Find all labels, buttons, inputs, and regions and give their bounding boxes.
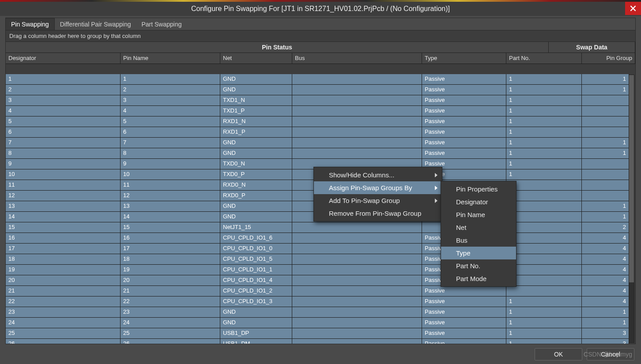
context-menu-item[interactable]: Show/Hide Columns... — [314, 169, 442, 181]
context-submenu-item[interactable]: Pin Name — [441, 208, 516, 221]
table-row[interactable]: 11GNDPassive11 — [6, 74, 629, 85]
table-row[interactable]: 2020CPU_CPLD_IO1_4Passive4 — [6, 275, 629, 286]
cell: Passive — [422, 328, 506, 338]
window-close-button[interactable] — [625, 2, 641, 15]
group-by-hint[interactable]: Drag a column header here to group by th… — [6, 30, 635, 42]
cell — [582, 106, 629, 116]
cell: 1 — [506, 85, 582, 95]
table-row[interactable]: 88GNDPassive11 — [6, 148, 629, 159]
cell: 4 — [582, 296, 629, 307]
col-bus[interactable]: Bus — [292, 53, 422, 64]
table-row[interactable]: 77GNDPassive11 — [6, 138, 629, 148]
cell: 1 — [506, 138, 582, 148]
cell: Passive — [422, 116, 506, 127]
table-row[interactable]: 1515NetJT1_152 — [6, 222, 629, 233]
context-menu-item[interactable]: Add To Pin-Swap Group — [314, 194, 442, 207]
table-row[interactable]: 2424GNDPassive11 — [6, 318, 629, 328]
col-part-no[interactable]: Part No. — [506, 53, 582, 64]
cell — [292, 148, 422, 158]
table-row[interactable]: 55RXD1_NPassive1 — [6, 116, 629, 127]
cell — [292, 318, 422, 328]
cell: 1 — [506, 318, 582, 328]
cell — [506, 275, 582, 285]
cell: 10 — [121, 169, 220, 180]
cell: Passive — [422, 148, 506, 158]
ok-button[interactable]: OK — [535, 348, 582, 360]
cell: 12 — [121, 191, 220, 201]
cell: 22 — [121, 296, 220, 307]
cell: GND — [220, 138, 292, 148]
table-row[interactable]: 44TXD1_PPassive1 — [6, 106, 629, 116]
col-pin-name[interactable]: Pin Name — [121, 53, 220, 64]
table-row[interactable]: 2626USB1_DMPassive13 — [6, 339, 629, 344]
context-submenu-item[interactable]: Type — [441, 247, 516, 259]
tab-pin-swapping[interactable]: Pin Swapping — [6, 18, 55, 30]
cell: GND — [220, 307, 292, 317]
context-submenu-item[interactable]: Pin Properties — [441, 183, 516, 195]
table-row[interactable]: 1818CPU_CPLD_IO1_5Passive4 — [6, 254, 629, 265]
cell — [506, 265, 582, 275]
context-menu-item[interactable]: Assign Pin-Swap Groups By — [314, 181, 442, 194]
cell: TXD1_P — [220, 106, 292, 116]
table-row[interactable]: 22GNDPassive11 — [6, 85, 629, 95]
context-menu[interactable]: Show/Hide Columns...Assign Pin-Swap Grou… — [313, 167, 442, 221]
cell — [506, 286, 582, 296]
cell: 1 — [582, 201, 629, 211]
scroll-thumb[interactable] — [629, 75, 634, 282]
cell: 4 — [582, 265, 629, 275]
cell — [292, 106, 422, 116]
cell: CPU_CPLD_IO1_2 — [220, 286, 292, 296]
table-row[interactable]: 1717CPU_CPLD_IO1_0Passive4 — [6, 244, 629, 254]
cell: 4 — [582, 244, 629, 254]
cell: Passive — [422, 339, 506, 344]
section-swap-data: Swap Data — [549, 42, 635, 53]
close-icon — [630, 5, 636, 11]
cell — [506, 212, 582, 222]
col-net[interactable]: Net — [220, 53, 292, 64]
context-menu-item[interactable]: Remove From Pin-Swap Group — [314, 207, 442, 220]
cell: RXD1_N — [220, 116, 292, 127]
cell: 11 — [6, 180, 121, 190]
col-pin-group[interactable]: Pin Group — [582, 53, 635, 64]
column-header-row: Designator Pin Name Net Bus Type Part No… — [6, 53, 635, 64]
cancel-button[interactable]: Cancel — [587, 348, 634, 360]
table-row[interactable]: 1919CPU_CPLD_IO1_1Passive4 — [6, 265, 629, 275]
table-row[interactable]: 1616CPU_CPLD_IO1_6Passive4 — [6, 233, 629, 244]
table-row[interactable]: 2323GNDPassive11 — [6, 307, 629, 318]
table-row[interactable]: 33TXD1_NPassive1 — [6, 95, 629, 106]
cell: 6 — [121, 127, 220, 137]
cell: 13 — [6, 201, 121, 211]
col-type[interactable]: Type — [422, 53, 506, 64]
col-designator[interactable]: Designator — [6, 53, 121, 64]
context-submenu-item[interactable]: Net — [441, 221, 516, 234]
cell: GND — [220, 318, 292, 328]
context-menu-label: Assign Pin-Swap Groups By — [329, 184, 412, 191]
cell: 1 — [506, 74, 582, 84]
cell: 15 — [121, 222, 220, 233]
table-row[interactable]: 2525USB1_DPPassive13 — [6, 328, 629, 339]
cell: 5 — [6, 116, 121, 127]
table-row[interactable]: 2222CPU_CPLD_IO1_3Passive14 — [6, 296, 629, 307]
table-row[interactable]: 66RXD1_PPassive1 — [6, 127, 629, 138]
vertical-scrollbar[interactable] — [629, 75, 634, 343]
context-submenu-item[interactable]: Designator — [441, 195, 516, 208]
cell — [506, 201, 582, 211]
cell — [292, 127, 422, 137]
table-row[interactable]: 2121CPU_CPLD_IO1_2Passive4 — [6, 286, 629, 296]
tab-part-swapping[interactable]: Part Swapping — [136, 19, 187, 30]
context-submenu-item[interactable]: Part Mode — [441, 272, 516, 285]
tab-diff-pair-swapping[interactable]: Differential Pair Swapping — [55, 19, 136, 30]
context-submenu-item[interactable]: Bus — [441, 234, 516, 247]
context-submenu-item[interactable]: Part No. — [441, 259, 516, 272]
submenu-arrow-icon — [435, 173, 437, 177]
context-submenu-label: Part No. — [456, 262, 480, 270]
cell: 18 — [121, 254, 220, 264]
cell: 18 — [6, 254, 121, 264]
context-submenu-label: Type — [456, 249, 471, 257]
context-submenu-label: Bus — [456, 236, 468, 244]
cell: 4 — [6, 106, 121, 116]
cell: USB1_DP — [220, 328, 292, 338]
context-submenu[interactable]: Pin PropertiesDesignatorPin NameNetBusTy… — [441, 181, 517, 287]
cell: USB1_DM — [220, 339, 292, 344]
cell: 11 — [121, 180, 220, 190]
